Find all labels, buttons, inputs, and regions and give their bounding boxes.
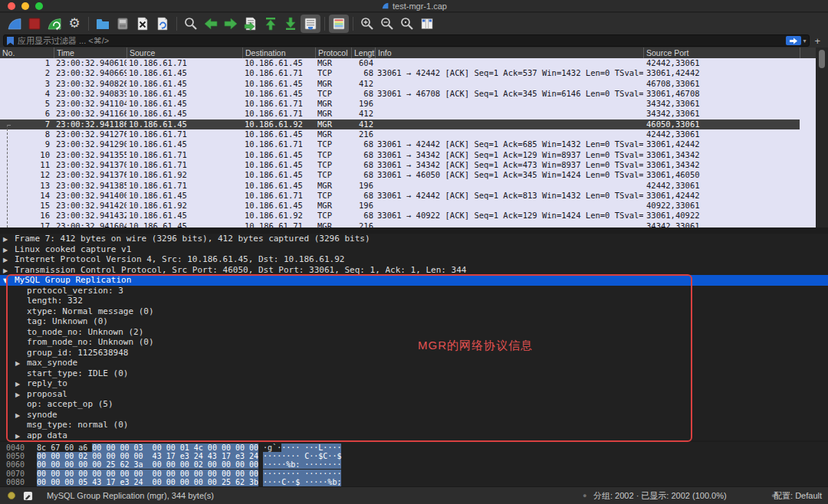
column-header-info[interactable]: Info <box>375 47 643 58</box>
expander-arrow-icon[interactable]: ▶ <box>15 431 27 442</box>
packet-row[interactable]: 17 23:00:32.941604 10.186.61.45 10.186.6… <box>0 221 816 227</box>
hex-bytes[interactable]: 00 00 00 05 43 17 e3 24 00 00 00 00 00 2… <box>37 478 258 486</box>
column-header-protocol[interactable]: Protocol <box>315 47 351 58</box>
column-header-length[interactable]: Length <box>351 47 375 58</box>
zoom-original-icon[interactable] <box>397 15 417 33</box>
detail-tree-row[interactable]: ▶proposal <box>0 389 828 400</box>
expander-arrow-icon[interactable]: ▶ <box>3 234 15 245</box>
packet-row[interactable]: 13 23:00:32.941385 10.186.61.71 10.186.6… <box>0 181 816 191</box>
detail-tree-row[interactable]: msg_type: normal (0) <box>0 420 828 430</box>
column-header-source[interactable]: Source <box>127 47 242 58</box>
hex-bytes[interactable]: 8c 67 60 a6 00 00 00 03 00 00 01 4c 00 0… <box>37 443 258 452</box>
stop-capture-icon[interactable] <box>25 15 44 33</box>
column-header-time[interactable]: Time <box>54 47 127 58</box>
scrollbar-thumb[interactable] <box>819 50 825 68</box>
expander-arrow-icon[interactable]: ▶ <box>15 379 27 390</box>
detail-tree-row[interactable]: ▶reply_to <box>0 378 828 389</box>
expander-arrow-icon[interactable]: ▶ <box>3 255 15 266</box>
detail-tree-row[interactable]: ▶synode <box>0 410 828 421</box>
expert-info-icon[interactable] <box>8 492 15 499</box>
expander-arrow-icon[interactable]: ▶ <box>15 390 27 401</box>
detail-tree-row[interactable]: to_node_no: Unknown (2) <box>0 327 828 338</box>
go-first-packet-icon[interactable] <box>261 15 281 33</box>
hex-row[interactable]: 007000 00 00 00 00 00 00 00 00 00 00 00 … <box>0 470 828 478</box>
close-file-icon[interactable] <box>133 15 153 33</box>
detail-tree-row[interactable]: length: 332 <box>0 296 828 306</box>
detail-tree-row[interactable]: start_type: IDLE (0) <box>0 368 828 379</box>
ascii-bytes[interactable]: ········ C··$C··$ <box>263 452 341 460</box>
detail-tree-row[interactable]: protocol_version: 3 <box>0 286 828 296</box>
hex-bytes[interactable]: 00 00 00 00 00 00 00 00 00 00 00 00 00 0… <box>37 470 258 478</box>
hex-row[interactable]: 006000 00 00 00 00 25 62 3a 00 00 00 02 … <box>0 460 828 469</box>
ascii-bytes[interactable]: ·g`····· ···L···· <box>263 443 341 452</box>
hex-bytes[interactable]: 00 00 00 02 00 00 00 00 43 17 e3 24 43 1… <box>37 452 258 460</box>
packet-row[interactable]: 12 23:00:32.941376 10.186.61.92 10.186.6… <box>0 170 816 180</box>
add-filter-button[interactable]: + <box>810 35 825 47</box>
packet-row[interactable]: 3 23:00:32.940826 10.186.61.45 10.186.61… <box>0 79 816 89</box>
hex-bytes[interactable]: 00 00 00 00 00 25 62 3a 00 00 00 02 00 0… <box>37 460 258 469</box>
apply-filter-button[interactable] <box>786 36 801 45</box>
detail-tree-row[interactable]: ▶Frame 7: 412 bytes on wire (3296 bits),… <box>0 234 828 244</box>
detail-tree-row[interactable]: ▶Internet Protocol Version 4, Src: 10.18… <box>0 254 828 265</box>
capture-options-icon[interactable]: ⚙ <box>64 15 84 33</box>
packet-row[interactable]: 2 23:00:32.940669 10.186.61.45 10.186.61… <box>0 68 816 78</box>
open-file-icon[interactable] <box>93 15 113 33</box>
packet-row[interactable]: 7 23:00:32.941186 10.186.61.45 10.186.61… <box>0 119 816 129</box>
status-profile[interactable]: 配置: Default <box>774 490 822 502</box>
ascii-bytes[interactable]: ·····%b: ········ <box>263 460 341 469</box>
go-back-icon[interactable] <box>201 15 221 33</box>
pane-splitter[interactable] <box>0 227 828 234</box>
display-filter-input[interactable] <box>15 36 786 45</box>
packet-list-scrollbar[interactable] <box>816 47 828 227</box>
zoom-out-icon[interactable] <box>377 15 397 33</box>
detail-tree-row[interactable]: op: accept_op (5) <box>0 399 828 410</box>
go-to-packet-icon[interactable] <box>241 15 261 33</box>
packet-row[interactable]: 10 23:00:32.941355 10.186.61.71 10.186.6… <box>0 150 816 160</box>
column-header-destination[interactable]: Destination <box>242 47 315 58</box>
detail-tree-row[interactable]: ▶Linux cooked capture v1 <box>0 244 828 255</box>
detail-tree-row[interactable]: from_node_no: Unknown (0) <box>0 337 828 348</box>
hex-row[interactable]: 005000 00 00 02 00 00 00 00 43 17 e3 24 … <box>0 452 828 460</box>
go-last-packet-icon[interactable] <box>281 15 301 33</box>
packet-row[interactable]: 6 23:00:32.941166 10.186.61.45 10.186.61… <box>0 109 816 119</box>
expander-arrow-icon[interactable]: ▼ <box>3 276 15 286</box>
filter-bookmark-icon[interactable] <box>6 36 15 46</box>
hex-row[interactable]: 008000 00 00 05 43 17 e3 24 00 00 00 00 … <box>0 478 828 486</box>
packet-row[interactable]: 4 23:00:32.940839 10.186.61.45 10.186.61… <box>0 89 816 99</box>
detail-tree-row[interactable]: ▶app data <box>0 430 828 441</box>
detail-tree-row[interactable]: ▶Transmission Control Protocol, Src Port… <box>0 265 828 276</box>
auto-scroll-icon[interactable] <box>301 15 320 33</box>
hex-row[interactable]: 00408c 67 60 a6 00 00 00 03 00 00 01 4c … <box>0 443 828 452</box>
detail-tree-row[interactable]: ▼MySQL Group Replication <box>0 275 828 286</box>
packet-row[interactable]: 5 23:00:32.941104 10.186.61.45 10.186.61… <box>0 99 816 109</box>
expander-arrow-icon[interactable]: ▶ <box>3 266 15 277</box>
packet-row[interactable]: 15 23:00:32.941420 10.186.61.92 10.186.6… <box>0 201 816 211</box>
start-capture-icon[interactable] <box>5 15 25 33</box>
packet-row[interactable]: 1 23:00:32.940610 10.186.61.71 10.186.61… <box>0 58 816 68</box>
detail-tree-row[interactable]: xtype: Normal message (0) <box>0 306 828 317</box>
resize-columns-icon[interactable] <box>417 15 437 33</box>
detail-tree-row[interactable]: group_id: 1125638948 <box>0 348 828 358</box>
ascii-bytes[interactable]: ········ ········ <box>263 470 341 478</box>
save-file-icon[interactable] <box>113 15 133 33</box>
go-forward-icon[interactable] <box>221 15 241 33</box>
zoom-in-icon[interactable] <box>357 15 377 33</box>
expander-arrow-icon[interactable]: ▶ <box>15 358 27 369</box>
capture-comment-icon[interactable] <box>23 491 33 501</box>
display-filter-field[interactable]: ▾ <box>3 34 810 47</box>
column-header-no[interactable]: No. <box>0 47 54 58</box>
filter-dropdown-caret[interactable]: ▾ <box>803 38 806 44</box>
colorize-packets-icon[interactable] <box>329 15 349 33</box>
packet-row[interactable]: 14 23:00:32.941400 10.186.61.45 10.186.6… <box>0 191 816 201</box>
expander-arrow-icon[interactable]: ▶ <box>15 411 27 421</box>
detail-tree-row[interactable]: ▶max_synode <box>0 358 828 368</box>
reload-file-icon[interactable] <box>153 15 172 33</box>
restart-capture-icon[interactable] <box>44 15 64 33</box>
expander-arrow-icon[interactable]: ▶ <box>3 245 15 256</box>
find-packet-icon[interactable] <box>181 15 201 33</box>
packet-row[interactable]: 9 23:00:32.941290 10.186.61.45 10.186.61… <box>0 139 816 149</box>
detail-tree-row[interactable]: tag: Unknown (0) <box>0 316 828 327</box>
ascii-bytes[interactable]: ····C··$ ·····%b; <box>263 478 341 486</box>
column-header-source-port[interactable]: Source Port <box>643 47 800 58</box>
packet-row[interactable]: 16 23:00:32.941432 10.186.61.45 10.186.6… <box>0 211 816 221</box>
